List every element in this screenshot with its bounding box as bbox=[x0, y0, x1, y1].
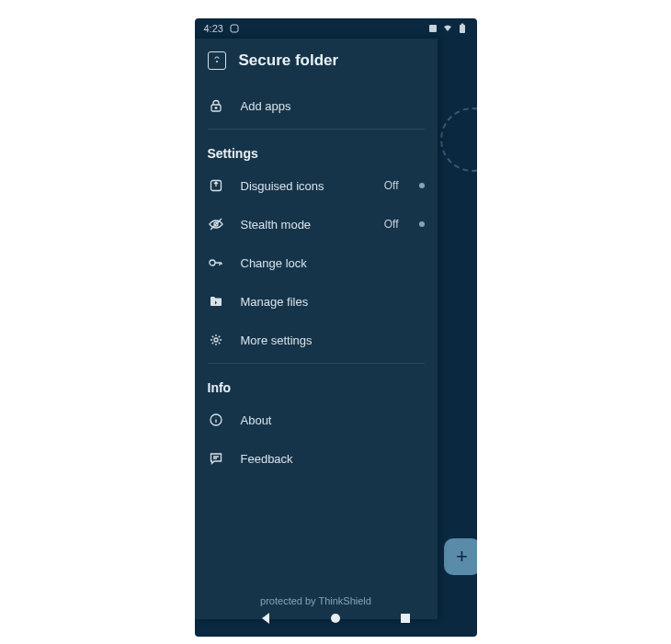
info-section-label: Info bbox=[195, 367, 438, 401]
svg-point-8 bbox=[210, 260, 215, 266]
svg-rect-2 bbox=[460, 25, 465, 33]
android-nav-bar bbox=[195, 600, 477, 637]
plus-icon: + bbox=[456, 545, 468, 569]
eye-off-icon bbox=[208, 216, 224, 232]
about-item[interactable]: About bbox=[195, 401, 438, 439]
key-icon bbox=[208, 254, 224, 271]
disguised-icons-item[interactable]: Disguised icons Off bbox=[195, 166, 438, 205]
about-label: About bbox=[241, 413, 425, 427]
status-bar: 4:23 bbox=[195, 18, 477, 39]
more-settings-item[interactable]: More settings bbox=[195, 321, 438, 359]
wifi-icon bbox=[442, 23, 453, 34]
feedback-item[interactable]: Feedback bbox=[195, 439, 438, 478]
divider bbox=[208, 129, 425, 130]
recent-apps-button[interactable] bbox=[398, 611, 413, 626]
background-placeholder-circle bbox=[440, 107, 477, 172]
app-notification-icon bbox=[229, 23, 240, 34]
navigation-drawer: Secure folder Add apps Settings Disg bbox=[195, 39, 438, 619]
svg-point-9 bbox=[214, 338, 218, 342]
secure-folder-icon bbox=[208, 51, 226, 70]
home-button[interactable] bbox=[328, 611, 343, 626]
info-icon bbox=[208, 412, 224, 428]
gear-icon bbox=[208, 332, 224, 348]
divider bbox=[208, 363, 425, 364]
phone-screen: 4:23 + Secure folder bbox=[195, 18, 477, 637]
stealth-toggle-state: Off bbox=[384, 218, 399, 231]
settings-section-label: Settings bbox=[195, 133, 438, 166]
svg-rect-3 bbox=[461, 24, 463, 26]
svg-point-11 bbox=[331, 614, 340, 623]
feedback-label: Feedback bbox=[241, 452, 425, 466]
add-fab-button[interactable]: + bbox=[444, 538, 477, 575]
feedback-icon bbox=[208, 450, 224, 467]
stealth-mode-label: Stealth mode bbox=[241, 218, 368, 232]
svg-rect-12 bbox=[401, 614, 410, 623]
svg-rect-1 bbox=[429, 25, 437, 32]
status-right bbox=[427, 23, 468, 34]
drawer-header: Secure folder bbox=[195, 39, 438, 86]
add-apps-label: Add apps bbox=[241, 99, 425, 113]
drawer-title: Secure folder bbox=[239, 51, 339, 70]
stealth-toggle-indicator bbox=[419, 221, 425, 227]
main-background: + bbox=[438, 39, 477, 619]
battery-icon bbox=[457, 23, 468, 34]
change-lock-label: Change lock bbox=[241, 256, 425, 270]
disguised-toggle-indicator bbox=[419, 183, 425, 188]
svg-rect-0 bbox=[231, 25, 238, 32]
disguised-toggle-state: Off bbox=[384, 179, 399, 192]
disguised-icons-label: Disguised icons bbox=[241, 179, 368, 193]
more-settings-label: More settings bbox=[241, 333, 425, 347]
add-apps-item[interactable]: Add apps bbox=[195, 86, 438, 125]
manage-files-item[interactable]: Manage files bbox=[195, 282, 438, 321]
svg-point-4 bbox=[216, 61, 218, 62]
lock-plus-icon bbox=[208, 97, 224, 114]
folder-icon bbox=[208, 293, 224, 310]
status-left: 4:23 bbox=[204, 23, 240, 34]
back-button[interactable] bbox=[258, 611, 273, 626]
stealth-mode-item[interactable]: Stealth mode Off bbox=[195, 205, 438, 243]
status-time: 4:23 bbox=[204, 23, 223, 34]
manage-files-label: Manage files bbox=[241, 295, 425, 309]
change-lock-item[interactable]: Change lock bbox=[195, 243, 438, 282]
disguise-icon bbox=[208, 177, 224, 194]
card-icon bbox=[427, 23, 438, 34]
